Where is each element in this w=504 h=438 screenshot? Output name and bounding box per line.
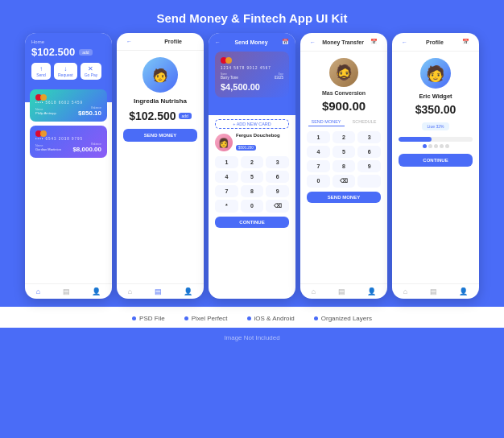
request-action[interactable]: ↓ Request	[54, 63, 77, 80]
profile-nav-icon[interactable]: 👤	[92, 287, 101, 295]
footer-strip: PSD File Pixel Perfect iOS & Android Org…	[0, 307, 504, 328]
key-7[interactable]: 7	[215, 185, 238, 197]
calendar5-icon[interactable]: 📅	[462, 39, 473, 45]
footer-ios: iOS & Android	[247, 315, 295, 322]
home-nav5-icon[interactable]: ⌂	[403, 287, 407, 295]
phone1-cards: •••• 5618 6602 5459 Name Philip Amtropp …	[25, 89, 112, 162]
footer-dot3	[247, 316, 251, 320]
gopay-action[interactable]: ✕ Go Pay	[81, 63, 102, 80]
phone-send-money: ← Send Money 📅 1234 5678 9012 4567 Name …	[209, 33, 295, 299]
phone2-title: Profile	[164, 39, 182, 44]
key-del[interactable]: ⌫	[266, 200, 289, 213]
home-nav4-icon[interactable]: ⌂	[312, 287, 316, 295]
key-3[interactable]: 3	[266, 156, 289, 168]
schedule-tab[interactable]: SCHEDULE	[349, 118, 380, 126]
key-star[interactable]: *	[215, 200, 238, 213]
key-0[interactable]: 0	[241, 200, 264, 213]
p4-key-empty	[357, 175, 381, 188]
key-6[interactable]: 6	[266, 171, 289, 183]
card2[interactable]: •••• 6543 2038 9795 Name Gordian Martint…	[30, 126, 107, 158]
footer-organized: Organized Layers	[314, 315, 372, 322]
home-nav2-icon[interactable]: ⌂	[128, 287, 132, 295]
footer-dot4	[314, 316, 318, 320]
footer-psd-label: PSD File	[139, 315, 165, 322]
add-card-button[interactable]: + ADD NEW CARD	[215, 119, 289, 129]
card1-balance: $850.10	[78, 110, 101, 117]
phone2-nav: ⌂ ▤ 👤	[117, 283, 204, 299]
profile2-name: Eric Widget	[419, 93, 452, 100]
calendar3-icon[interactable]: 📅	[282, 39, 289, 45]
card-nav2-icon[interactable]: ▤	[155, 287, 162, 295]
profile-nav2-icon[interactable]: 👤	[184, 287, 192, 295]
p4-key-7[interactable]: 7	[307, 160, 330, 172]
p4-key-3[interactable]: 3	[357, 131, 381, 143]
phone1-amount: $102.500	[31, 46, 75, 58]
phone3-card-num: 1234 5678 9012 4567	[221, 66, 283, 70]
continue-button[interactable]: CONTINUE	[215, 217, 289, 228]
key-2[interactable]: 2	[241, 156, 264, 168]
footer-psd: PSD File	[132, 315, 165, 322]
p4-key-1[interactable]: 1	[307, 131, 330, 143]
card2-name: Gordian Martinton	[35, 147, 61, 151]
slider-bar[interactable]	[399, 137, 473, 142]
profile-nav5-icon[interactable]: 👤	[459, 287, 468, 295]
card1[interactable]: •••• 5618 6602 5459 Name Philip Amtropp …	[30, 89, 107, 122]
gopay-icon: ✕	[85, 65, 98, 72]
profile1-avatar: 🧑	[143, 57, 178, 93]
p4-key-5[interactable]: 5	[333, 146, 356, 158]
phone3-header: ← Send Money 📅 1234 5678 9012 4567 Name …	[209, 33, 295, 115]
p4-key-0[interactable]: 0	[307, 175, 330, 188]
key-1[interactable]: 1	[215, 156, 238, 168]
phone5-header: ← Profile 📅	[392, 33, 479, 52]
p4-key-4[interactable]: 4	[307, 146, 330, 158]
transfer-name: Mas Conversion	[322, 90, 366, 96]
transfer-send-button[interactable]: SEND MONEY	[307, 192, 381, 203]
key-5[interactable]: 5	[241, 171, 264, 183]
p4-key-6[interactable]: 6	[357, 146, 381, 158]
card-nav4-icon[interactable]: ▤	[338, 287, 345, 295]
phone-home: Home $102.500 add ↑ Send ↓ Request ✕ Go …	[25, 33, 112, 299]
phone1-add-badge[interactable]: add	[79, 49, 92, 56]
phone1-nav: ⌂ ▤ 👤	[25, 283, 112, 299]
profile2-badge-row: Liue 32%	[422, 122, 450, 130]
profile2-badge: Liue 32%	[422, 122, 450, 130]
footer-dot2	[184, 316, 188, 320]
slider-dots	[423, 144, 449, 148]
continue-button5[interactable]: CONTINUE	[399, 154, 473, 167]
p4-key-9[interactable]: 9	[357, 160, 381, 172]
phone3-numpad: 1 2 3 4 5 6 7 8 9 * 0 ⌫	[215, 156, 289, 213]
dot-1	[423, 144, 427, 148]
send-money-button[interactable]: SEND MONEY	[123, 129, 197, 142]
card2-number: •••• 6543 2038 9795	[35, 137, 101, 141]
phone3-title: Send Money	[234, 39, 267, 45]
phone2-header: ← Profile	[117, 33, 204, 51]
key-4[interactable]: 4	[215, 171, 238, 183]
slider-fill	[399, 137, 432, 142]
dot-3	[434, 144, 438, 148]
back-arrow3-icon[interactable]: ←	[215, 39, 221, 45]
card-nav-icon[interactable]: ▤	[63, 287, 70, 295]
back-arrow4-icon[interactable]: ←	[306, 39, 316, 45]
send-action[interactable]: ↑ Send	[31, 63, 51, 80]
phone1-actions: ↑ Send ↓ Request ✕ Go Pay	[31, 63, 105, 80]
footer-bottom: Image Not Included	[0, 328, 504, 345]
key-8[interactable]: 8	[241, 185, 264, 197]
phone2-body: 🧑 Ingredia Nutrisha $102.500 add SEND MO…	[117, 51, 204, 283]
card2-balance: $8,000.00	[72, 146, 101, 153]
profile-nav4-icon[interactable]: 👤	[367, 287, 376, 295]
home-nav-icon[interactable]: ⌂	[36, 287, 40, 295]
phones-container: Home $102.500 add ↑ Send ↓ Request ✕ Go …	[19, 33, 485, 299]
recipient-avatar: 👩	[215, 134, 233, 151]
card-nav5-icon[interactable]: ▤	[430, 287, 437, 295]
p4-key-2[interactable]: 2	[333, 131, 356, 143]
calendar4-icon[interactable]: 📅	[370, 39, 382, 45]
phone3-card-row: Name Barry Tone Expr 03/25	[221, 72, 283, 80]
back-arrow-icon[interactable]: ←	[122, 39, 132, 44]
phone4-numpad: 1 2 3 4 5 6 7 8 9 0 ⌫	[307, 131, 381, 188]
p4-key-8[interactable]: 8	[333, 160, 356, 172]
back-arrow5-icon[interactable]: ←	[398, 39, 407, 45]
p4-key-del[interactable]: ⌫	[333, 175, 356, 188]
key-9[interactable]: 9	[266, 185, 289, 197]
send-money-tab[interactable]: SEND MONEY	[308, 118, 345, 126]
send-icon: ↑	[35, 65, 47, 72]
